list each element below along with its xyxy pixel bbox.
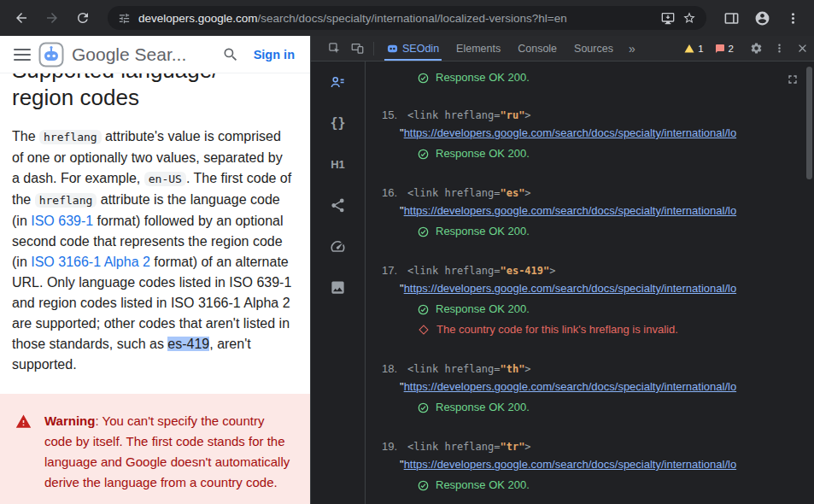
inline-code-hreflang: hreflang	[39, 130, 102, 144]
entry-number: 17.	[382, 264, 397, 277]
inspect-element-button[interactable]	[323, 36, 346, 61]
site-settings-icon[interactable]	[118, 12, 131, 25]
checked-url-link[interactable]: https://developers.google.com/search/doc…	[404, 282, 737, 295]
install-app-button[interactable]	[661, 11, 675, 25]
gear-icon	[750, 42, 763, 55]
reload-button[interactable]	[70, 5, 96, 31]
headings-tool-button[interactable]: H1	[329, 155, 348, 173]
page-title: region codes	[12, 84, 293, 111]
divider	[373, 42, 374, 56]
site-title[interactable]: Google Sear...	[72, 44, 214, 65]
device-toolbar-button[interactable]	[346, 36, 369, 61]
side-panel-button[interactable]	[718, 5, 744, 31]
status-ok: Response OK 200.	[436, 302, 530, 317]
hreflang-entry: 16.<link hreflang="es"> "https://develop…	[382, 185, 814, 239]
link-iso-3166-1-alpha-2[interactable]: ISO 3166-1 Alpha 2	[31, 255, 150, 269]
inline-code-en-us: en-US	[144, 172, 186, 186]
forward-icon	[44, 10, 60, 26]
more-vert-icon	[785, 10, 801, 26]
seodin-extension-icon	[387, 43, 398, 54]
image-icon	[330, 279, 346, 296]
forward-button[interactable]	[39, 5, 65, 31]
entry-number: 18.	[382, 362, 397, 375]
checked-url-link[interactable]: https://developers.google.com/search/doc…	[404, 458, 737, 471]
fullscreen-icon	[786, 73, 799, 86]
profile-button[interactable]	[749, 5, 775, 31]
seodin-panel-body: {} H1 Response OK 200.	[311, 62, 814, 504]
seodin-sidebar: {} H1	[311, 62, 366, 504]
share-tool-button[interactable]	[329, 196, 348, 214]
speedometer-icon	[330, 238, 346, 255]
browser-menu-button[interactable]	[780, 5, 805, 31]
search-button[interactable]	[222, 46, 239, 63]
warning-count-icon	[684, 44, 694, 54]
more-tabs-button[interactable]: »	[622, 42, 642, 56]
hreflang-entry: 18.<link hreflang="th"> "https://develop…	[382, 361, 814, 415]
link-tag: <link hreflang="es">	[407, 187, 531, 199]
images-tool-button[interactable]	[329, 278, 348, 296]
error-diamond-icon	[419, 325, 428, 334]
menu-button[interactable]	[14, 49, 31, 61]
braces-icon: {}	[330, 115, 345, 131]
inspect-icon	[328, 42, 341, 55]
back-button[interactable]	[9, 5, 34, 31]
tab-seodin[interactable]: SEOdin	[378, 36, 448, 61]
checked-url-link[interactable]: https://developers.google.com/search/doc…	[404, 126, 737, 139]
bookmark-button[interactable]	[682, 11, 696, 25]
more-vert-icon	[773, 42, 786, 55]
checked-url-link[interactable]: https://developers.google.com/search/doc…	[404, 380, 737, 393]
star-icon	[682, 11, 696, 25]
sign-in-link[interactable]: Sign in	[254, 48, 295, 62]
address-bar[interactable]: developers.google.com/search/docs/specia…	[108, 6, 706, 30]
site-header: Google Sear... Sign in	[0, 36, 310, 73]
avatar-icon	[754, 10, 770, 26]
device-toggle-icon	[351, 42, 364, 55]
link-tag: <link hreflang="th">	[407, 363, 531, 375]
tab-console[interactable]: Console	[509, 36, 565, 61]
performance-tool-button[interactable]	[329, 237, 348, 255]
inline-code-hreflang: hreflang	[35, 193, 97, 208]
warnings-badge[interactable]: 1	[684, 44, 703, 54]
url-text[interactable]: developers.google.com/search/docs/specia…	[138, 12, 653, 25]
warning-icon	[15, 413, 32, 493]
checked-url-link[interactable]: https://developers.google.com/search/doc…	[404, 204, 737, 217]
docs-page: Google Sear... Sign in Supported languag…	[0, 36, 310, 504]
browser-window: developers.google.com/search/docs/specia…	[0, 0, 814, 504]
overview-tool-button[interactable]	[329, 73, 348, 91]
tab-sources[interactable]: Sources	[565, 36, 622, 61]
check-circle-icon	[418, 73, 429, 84]
devtools-settings-button[interactable]	[745, 36, 768, 61]
check-circle-icon	[418, 149, 429, 160]
status-line: Response OK 200.	[382, 70, 814, 85]
issues-count-icon	[715, 44, 725, 54]
search-icon	[222, 46, 239, 63]
devtools-scrollbar[interactable]	[805, 65, 813, 501]
scrollbar-thumb[interactable]	[806, 67, 812, 179]
devtools-menu-button[interactable]	[768, 36, 791, 61]
doc-content: Supported language/ region codes The hre…	[0, 73, 310, 504]
tab-elements[interactable]: Elements	[448, 36, 509, 61]
code-tool-button[interactable]: {}	[329, 114, 348, 132]
h1-icon: H1	[331, 158, 345, 171]
close-icon	[796, 42, 809, 55]
errors-badge[interactable]: 2	[715, 44, 734, 54]
check-circle-icon	[418, 226, 429, 237]
site-logo-icon[interactable]	[38, 42, 64, 67]
back-icon	[14, 10, 29, 26]
link-tag: <link hreflang="es-419">	[407, 265, 555, 277]
person-card-icon	[330, 74, 346, 91]
paragraph-text: The	[12, 129, 39, 144]
reload-icon	[75, 10, 91, 26]
status-ok: Response OK 200.	[436, 478, 530, 493]
entry-number: 16.	[382, 186, 397, 199]
devtools-tabbar: SEOdin Elements Console Sources » 1 2	[311, 36, 814, 62]
url-path: /search/docs/specialty/international/loc…	[258, 12, 567, 25]
status-ok: Response OK 200.	[436, 400, 530, 415]
expand-panel-button[interactable]	[786, 73, 799, 86]
devtools-close-button[interactable]	[791, 36, 814, 61]
url-host: developers.google.com	[138, 12, 258, 25]
side-panel-icon	[723, 10, 740, 26]
status-ok: Response OK 200.	[436, 146, 530, 161]
install-icon	[661, 11, 675, 25]
link-iso-639-1[interactable]: ISO 639-1	[31, 214, 93, 228]
